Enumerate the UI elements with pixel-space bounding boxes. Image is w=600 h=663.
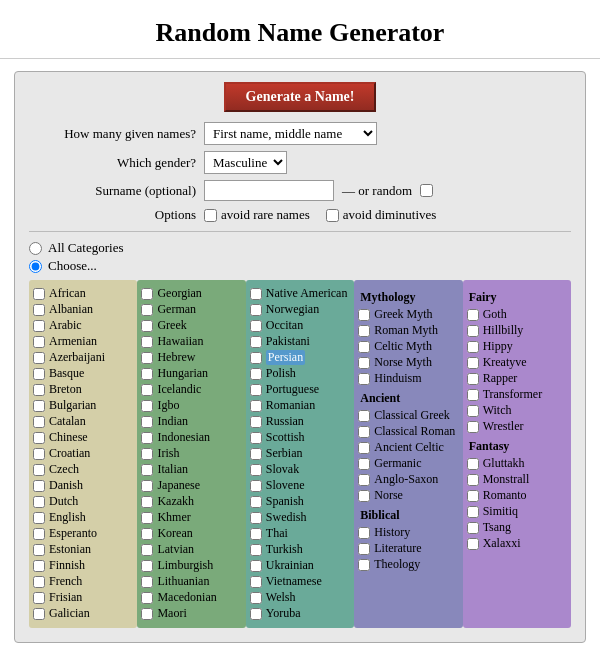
category-checkbox[interactable] [467, 522, 479, 534]
category-checkbox[interactable] [358, 357, 370, 369]
category-checkbox[interactable] [250, 496, 262, 508]
category-checkbox[interactable] [33, 496, 45, 508]
category-checkbox[interactable] [33, 336, 45, 348]
category-checkbox[interactable] [467, 458, 479, 470]
category-checkbox[interactable] [250, 416, 262, 428]
given-names-select[interactable]: First name only First name, middle name … [204, 122, 377, 145]
category-checkbox[interactable] [250, 320, 262, 332]
category-checkbox[interactable] [33, 400, 45, 412]
category-checkbox[interactable] [33, 352, 45, 364]
category-checkbox[interactable] [250, 560, 262, 572]
category-checkbox[interactable] [358, 309, 370, 321]
category-checkbox[interactable] [467, 421, 479, 433]
category-checkbox[interactable] [250, 480, 262, 492]
category-checkbox[interactable] [141, 384, 153, 396]
category-checkbox[interactable] [250, 384, 262, 396]
category-checkbox[interactable] [141, 448, 153, 460]
category-checkbox[interactable] [141, 480, 153, 492]
choose-radio[interactable] [29, 260, 42, 273]
category-checkbox[interactable] [467, 373, 479, 385]
category-checkbox[interactable] [33, 528, 45, 540]
category-checkbox[interactable] [33, 576, 45, 588]
category-checkbox[interactable] [250, 288, 262, 300]
category-checkbox[interactable] [467, 538, 479, 550]
category-checkbox[interactable] [467, 474, 479, 486]
avoid-rare-checkbox[interactable] [204, 209, 217, 222]
avoid-diminutives-checkbox[interactable] [326, 209, 339, 222]
category-checkbox[interactable] [358, 410, 370, 422]
category-checkbox[interactable] [33, 368, 45, 380]
category-checkbox[interactable] [141, 336, 153, 348]
category-checkbox[interactable] [141, 528, 153, 540]
category-checkbox[interactable] [141, 352, 153, 364]
category-checkbox[interactable] [141, 608, 153, 620]
category-checkbox[interactable] [358, 458, 370, 470]
category-checkbox[interactable] [33, 464, 45, 476]
avoid-rare-label[interactable]: avoid rare names [204, 207, 310, 223]
category-checkbox[interactable] [467, 341, 479, 353]
category-checkbox[interactable] [467, 506, 479, 518]
category-checkbox[interactable] [33, 592, 45, 604]
category-checkbox[interactable] [33, 432, 45, 444]
category-checkbox[interactable] [141, 368, 153, 380]
category-checkbox[interactable] [358, 426, 370, 438]
category-checkbox[interactable] [141, 320, 153, 332]
category-checkbox[interactable] [33, 608, 45, 620]
category-checkbox[interactable] [250, 352, 262, 364]
category-checkbox[interactable] [358, 527, 370, 539]
all-categories-radio[interactable] [29, 242, 42, 255]
category-checkbox[interactable] [250, 368, 262, 380]
category-checkbox[interactable] [358, 325, 370, 337]
category-checkbox[interactable] [467, 490, 479, 502]
generate-button[interactable]: Generate a Name! [224, 82, 377, 112]
category-checkbox[interactable] [250, 608, 262, 620]
category-checkbox[interactable] [141, 304, 153, 316]
category-checkbox[interactable] [141, 432, 153, 444]
category-checkbox[interactable] [33, 416, 45, 428]
category-checkbox[interactable] [141, 512, 153, 524]
category-checkbox[interactable] [33, 288, 45, 300]
category-checkbox[interactable] [141, 544, 153, 556]
random-surname-checkbox[interactable] [420, 184, 433, 197]
surname-input[interactable] [204, 180, 334, 201]
category-checkbox[interactable] [358, 474, 370, 486]
category-checkbox[interactable] [141, 400, 153, 412]
category-checkbox[interactable] [358, 543, 370, 555]
category-checkbox[interactable] [250, 304, 262, 316]
category-checkbox[interactable] [33, 544, 45, 556]
category-checkbox[interactable] [467, 357, 479, 369]
category-checkbox[interactable] [141, 576, 153, 588]
category-checkbox[interactable] [141, 288, 153, 300]
category-checkbox[interactable] [141, 592, 153, 604]
category-checkbox[interactable] [33, 480, 45, 492]
category-checkbox[interactable] [141, 416, 153, 428]
category-checkbox[interactable] [467, 405, 479, 417]
category-checkbox[interactable] [250, 400, 262, 412]
gender-select[interactable]: Masculine Feminine Either [204, 151, 287, 174]
category-checkbox[interactable] [358, 490, 370, 502]
category-checkbox[interactable] [467, 309, 479, 321]
category-checkbox[interactable] [358, 559, 370, 571]
category-checkbox[interactable] [358, 373, 370, 385]
category-checkbox[interactable] [33, 512, 45, 524]
category-checkbox[interactable] [358, 341, 370, 353]
category-checkbox[interactable] [33, 560, 45, 572]
category-checkbox[interactable] [250, 576, 262, 588]
category-checkbox[interactable] [141, 560, 153, 572]
category-checkbox[interactable] [250, 592, 262, 604]
category-checkbox[interactable] [358, 442, 370, 454]
category-checkbox[interactable] [33, 384, 45, 396]
category-checkbox[interactable] [250, 544, 262, 556]
category-checkbox[interactable] [467, 389, 479, 401]
category-checkbox[interactable] [250, 448, 262, 460]
category-checkbox[interactable] [33, 304, 45, 316]
category-checkbox[interactable] [250, 528, 262, 540]
category-checkbox[interactable] [141, 496, 153, 508]
category-checkbox[interactable] [33, 320, 45, 332]
category-checkbox[interactable] [250, 512, 262, 524]
category-checkbox[interactable] [250, 464, 262, 476]
category-checkbox[interactable] [250, 336, 262, 348]
category-checkbox[interactable] [141, 464, 153, 476]
category-checkbox[interactable] [33, 448, 45, 460]
category-checkbox[interactable] [467, 325, 479, 337]
